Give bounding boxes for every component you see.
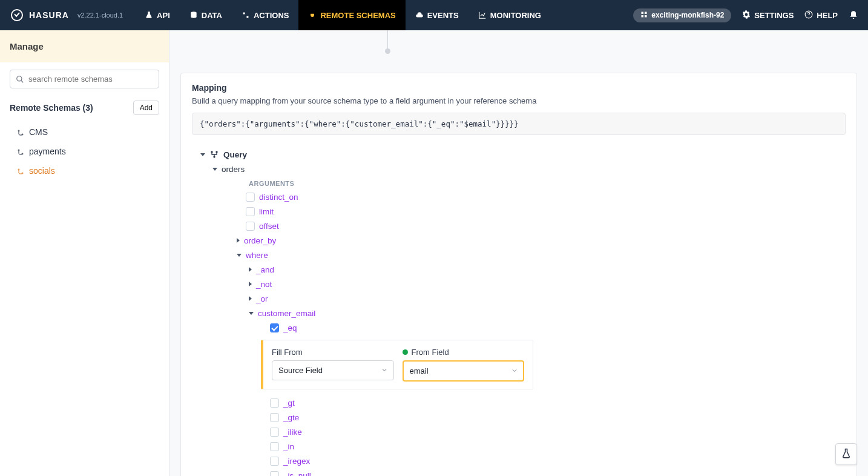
tree-node-and[interactable]: _and xyxy=(249,262,846,277)
tree-node-where[interactable]: where xyxy=(237,248,846,262)
tab-data-label: DATA xyxy=(202,11,222,20)
node-label: _is_null xyxy=(283,471,311,477)
brand-name: HASURA xyxy=(29,10,69,20)
node-label: _gte xyxy=(283,413,299,422)
caret-down-icon[interactable] xyxy=(200,153,205,156)
type-icon xyxy=(209,150,219,159)
svg-rect-5 xyxy=(645,12,647,14)
tab-monitoring[interactable]: MONITORING xyxy=(469,0,551,30)
settings-link[interactable]: SETTINGS xyxy=(742,10,794,21)
checkbox[interactable] xyxy=(246,207,255,216)
tree-node-or[interactable]: _or xyxy=(249,291,846,306)
svg-point-3 xyxy=(246,16,249,18)
node-label: _eq xyxy=(283,323,297,332)
tab-api-label: API xyxy=(157,11,170,20)
sidebar-item-label: CMS xyxy=(29,127,48,137)
node-label: _or xyxy=(256,294,268,303)
flask-icon xyxy=(841,448,852,461)
tree-node-not[interactable]: _not xyxy=(249,277,846,291)
mapping-code[interactable]: {"orders":{"arguments":{"where":{"custom… xyxy=(192,113,846,135)
tab-actions[interactable]: ACTIONS xyxy=(232,0,299,30)
project-name: exciting-monkfish-92 xyxy=(651,11,724,19)
checkbox[interactable] xyxy=(270,442,279,451)
tree-node-limit[interactable]: limit xyxy=(237,204,846,219)
caret-down-icon[interactable] xyxy=(237,254,242,257)
svg-point-13 xyxy=(22,153,23,154)
sidebar-item-payments[interactable]: payments xyxy=(0,142,169,161)
svg-rect-6 xyxy=(642,15,644,18)
tree-node-customer-email[interactable]: customer_email xyxy=(249,306,846,320)
nav-tabs: API DATA ACTIONS REMOTE SCHEMAS EVENTS M… xyxy=(135,0,551,30)
tab-remote-schemas[interactable]: REMOTE SCHEMAS xyxy=(298,0,405,30)
tree-node-iregex[interactable]: _iregex xyxy=(261,454,846,468)
tree-node-eq[interactable]: _eq xyxy=(261,320,846,335)
tab-events[interactable]: EVENTS xyxy=(406,0,469,30)
mapping-panel: Mapping Build a query mapping from your … xyxy=(180,73,857,476)
sidebar: Manage Remote Schemas (3) Add CMS paymen… xyxy=(0,30,169,476)
help-label: HELP xyxy=(817,11,838,20)
project-pill[interactable]: exciting-monkfish-92 xyxy=(633,8,731,22)
checkbox[interactable] xyxy=(270,428,279,437)
caret-right-icon[interactable] xyxy=(237,238,240,243)
svg-point-18 xyxy=(213,156,215,157)
fill-from-select[interactable]: Source Field xyxy=(272,360,394,380)
search-input[interactable] xyxy=(10,70,159,88)
svg-point-16 xyxy=(211,151,212,153)
tab-data[interactable]: DATA xyxy=(180,0,232,30)
svg-rect-4 xyxy=(642,12,644,14)
logo-section: HASURA v2.22.1-cloud.1 xyxy=(10,8,123,22)
fill-from-label: Fill From xyxy=(272,348,303,357)
schema-list: CMS payments socials xyxy=(0,120,169,183)
checkbox[interactable] xyxy=(246,193,255,202)
manage-header[interactable]: Manage xyxy=(0,30,169,62)
gear-icon xyxy=(742,10,751,21)
sidebar-item-socials[interactable]: socials xyxy=(0,161,169,180)
from-field-label: From Field xyxy=(412,348,449,357)
help-link[interactable]: HELP xyxy=(804,10,838,21)
sidebar-item-cms[interactable]: CMS xyxy=(0,122,169,142)
branch-icon xyxy=(17,167,24,174)
tab-api[interactable]: API xyxy=(135,0,180,30)
section-title: Remote Schemas (3) xyxy=(10,103,93,113)
node-label: customer_email xyxy=(258,309,315,318)
tree-node-query[interactable]: Query xyxy=(200,147,846,162)
caret-right-icon[interactable] xyxy=(249,282,252,286)
panel-description: Build a query mapping from your source s… xyxy=(192,96,846,105)
tab-monitoring-label: MONITORING xyxy=(490,11,541,20)
checkbox[interactable] xyxy=(270,413,279,422)
search-icon xyxy=(16,75,24,84)
tree-node-in[interactable]: _in xyxy=(261,439,846,454)
tree-node-ilike[interactable]: _ilike xyxy=(261,425,846,439)
cloud-icon xyxy=(415,11,424,19)
tree-node-gt[interactable]: _gt xyxy=(261,395,846,410)
svg-point-10 xyxy=(18,130,19,131)
node-label: order_by xyxy=(244,236,276,245)
caret-right-icon[interactable] xyxy=(249,267,252,272)
arguments-heading: ARGUMENTS xyxy=(249,176,846,190)
tree-node-orders[interactable]: orders xyxy=(212,162,846,176)
project-icon xyxy=(640,11,648,20)
help-icon xyxy=(804,10,813,21)
node-label: distinct_on xyxy=(259,193,298,202)
checkbox[interactable] xyxy=(246,222,255,231)
checkbox[interactable] xyxy=(270,471,279,477)
from-field-select[interactable]: email xyxy=(403,360,525,382)
tree-node-offset[interactable]: offset xyxy=(237,219,846,233)
add-button[interactable]: Add xyxy=(133,101,159,115)
feedback-float-button[interactable] xyxy=(835,443,857,465)
bell-icon[interactable] xyxy=(849,10,858,20)
tree-node-gte[interactable]: _gte xyxy=(261,410,846,425)
tree-node-order-by[interactable]: order_by xyxy=(237,233,846,248)
checkbox[interactable] xyxy=(270,323,279,332)
tree-node-is-null[interactable]: _is_null xyxy=(261,468,846,476)
checkbox[interactable] xyxy=(270,457,279,466)
tree-node-distinct-on[interactable]: distinct_on xyxy=(237,190,846,204)
branch-icon xyxy=(17,128,24,136)
caret-down-icon[interactable] xyxy=(249,312,254,315)
caret-down-icon[interactable] xyxy=(212,168,217,171)
cog-icon xyxy=(242,11,250,19)
checkbox[interactable] xyxy=(270,398,279,408)
main-content: Mapping Build a query mapping from your … xyxy=(169,30,868,476)
tab-remote-schemas-label: REMOTE SCHEMAS xyxy=(320,11,395,20)
caret-right-icon[interactable] xyxy=(249,296,252,301)
